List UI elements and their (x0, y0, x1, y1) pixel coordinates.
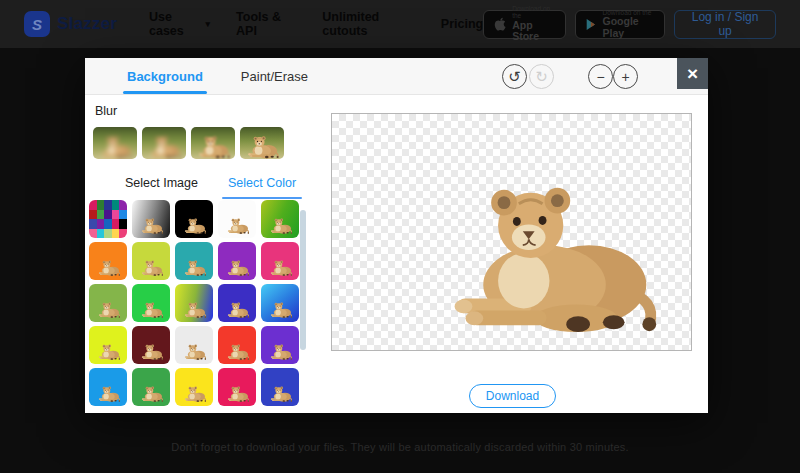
color-swatch-grid (89, 200, 299, 406)
blur-thumbnail[interactable] (191, 127, 235, 159)
color-swatch[interactable] (261, 326, 299, 364)
tab-background[interactable]: Background (127, 58, 203, 94)
app-store-button[interactable]: Download on the App Store (483, 10, 565, 39)
store-button-big-text: App Store (512, 20, 554, 43)
zoom-out-icon[interactable]: − (588, 64, 613, 89)
picker-cell (104, 219, 112, 229)
modal-header: Background Paint/Erase ↺ ↻ − + × (85, 58, 708, 95)
color-swatch[interactable] (218, 368, 256, 406)
color-swatch[interactable] (89, 368, 127, 406)
blur-thumbnail[interactable] (142, 127, 186, 159)
color-swatch[interactable] (132, 326, 170, 364)
blur-thumbnail[interactable] (93, 127, 137, 159)
undo-icon[interactable]: ↺ (502, 64, 527, 89)
slazzer-logo-icon: S (24, 11, 50, 37)
subtab-select-color[interactable]: Select Color (228, 176, 296, 199)
header-actions: Download on the App Store Download on th… (483, 10, 776, 39)
cub-preview-icon (182, 259, 207, 277)
picker-cell (89, 219, 97, 229)
color-swatch[interactable] (132, 284, 170, 322)
color-swatch[interactable] (261, 200, 299, 238)
color-swatch[interactable] (89, 242, 127, 280)
subtab-select-image[interactable]: Select Image (125, 176, 198, 199)
logo[interactable]: S Slazzer (24, 11, 117, 37)
cub-preview-icon (268, 385, 293, 403)
picker-cell (97, 200, 105, 210)
cub-preview-icon (268, 301, 293, 319)
zoom-in-icon[interactable]: + (613, 64, 638, 89)
color-swatch[interactable] (218, 284, 256, 322)
color-swatch[interactable] (132, 242, 170, 280)
cub-preview-icon (182, 301, 207, 319)
google-play-icon (586, 18, 597, 31)
apple-icon (494, 17, 506, 31)
picker-cell (104, 210, 112, 220)
google-play-button[interactable]: Download on the Google Play (575, 10, 666, 39)
cub-photo (244, 134, 280, 159)
cub-preview-icon (182, 385, 207, 403)
cub-preview-icon (139, 217, 164, 235)
cub-preview-icon (225, 259, 250, 277)
color-swatch[interactable] (175, 242, 213, 280)
auto-delete-notice: Don't forget to download your files. The… (0, 441, 800, 453)
store-button-big-text: Google Play (603, 16, 655, 39)
color-swatch[interactable] (89, 284, 127, 322)
redo-icon[interactable]: ↻ (529, 64, 554, 89)
site-header: S Slazzer Use cases ▾ Tools & API Unlimi… (0, 0, 800, 48)
cub-preview-icon (225, 217, 250, 235)
logo-text: Slazzer (57, 14, 117, 34)
nav-item-pricing[interactable]: Pricing (441, 10, 483, 38)
preview-canvas[interactable] (331, 113, 692, 351)
cub-preview-icon (139, 343, 164, 361)
picker-cell (104, 200, 112, 210)
color-swatch[interactable] (89, 326, 127, 364)
picker-cell (97, 210, 105, 220)
nav-item-use-cases[interactable]: Use cases ▾ (149, 10, 210, 38)
download-button[interactable]: Download (469, 384, 556, 408)
picker-cell (89, 210, 97, 220)
color-swatch[interactable] (218, 242, 256, 280)
cub-preview-icon (225, 343, 250, 361)
color-swatch[interactable] (132, 368, 170, 406)
color-swatch[interactable] (175, 368, 213, 406)
cub-preview-icon (139, 301, 164, 319)
cub-preview-icon (268, 343, 293, 361)
blur-thumbnail-image (191, 127, 235, 159)
login-signup-button[interactable]: Log in / Sign up (674, 10, 776, 39)
color-swatch[interactable] (218, 200, 256, 238)
cub-photo (195, 134, 231, 159)
nav-item-tools-api[interactable]: Tools & API (236, 10, 296, 38)
cub-preview-icon (182, 343, 207, 361)
cub-preview-icon (182, 217, 207, 235)
picker-cell (104, 229, 112, 239)
blur-thumbnail-image (142, 127, 186, 159)
color-swatch[interactable] (261, 368, 299, 406)
cub-preview-icon (268, 217, 293, 235)
blur-thumbnail[interactable] (240, 127, 284, 159)
nav-item-unlimited-cutouts[interactable]: Unlimited cutouts (322, 10, 415, 38)
store-button-small-text: Download on the (512, 5, 554, 19)
tab-paint-erase[interactable]: Paint/Erase (241, 58, 308, 94)
cub-preview-icon (96, 385, 121, 403)
color-swatch[interactable] (261, 242, 299, 280)
color-swatch[interactable] (132, 200, 170, 238)
cub-photo (146, 134, 182, 159)
main-nav: Use cases ▾ Tools & API Unlimited cutout… (149, 10, 483, 38)
picker-cell (119, 200, 127, 210)
color-picker-swatch[interactable] (89, 200, 127, 238)
color-swatch[interactable] (175, 326, 213, 364)
color-swatch[interactable] (175, 284, 213, 322)
color-swatch[interactable] (175, 200, 213, 238)
picker-cells (89, 200, 127, 238)
background-editor-modal: Background Paint/Erase ↺ ↻ − + × Blur Se… (85, 58, 708, 413)
cutout-subject-image (424, 174, 669, 342)
cub-preview-icon (96, 259, 121, 277)
picker-cell (119, 219, 127, 229)
color-swatch[interactable] (218, 326, 256, 364)
picker-cell (119, 229, 127, 239)
cub-preview-icon (139, 259, 164, 277)
swatch-scrollbar[interactable] (300, 210, 306, 350)
cub-preview-icon (96, 343, 121, 361)
color-swatch[interactable] (261, 284, 299, 322)
close-icon[interactable]: × (677, 58, 708, 89)
